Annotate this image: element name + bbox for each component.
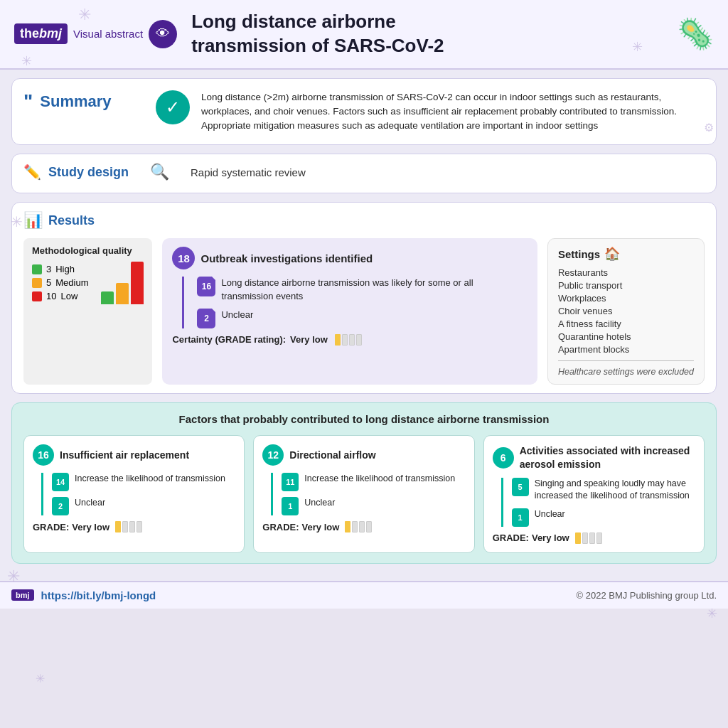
main-content: " Summary ✓ Long distance (>2m) airborne… xyxy=(0,70,728,581)
factor-2-header: 12 Directional airflow xyxy=(262,444,465,466)
certainty-row: Certainty (GRADE rating): Very low xyxy=(172,334,527,346)
factor-3-grade-bars xyxy=(575,532,602,544)
quality-item-high: 3 High xyxy=(32,264,88,274)
factor-3-grade-label: GRADE: xyxy=(493,532,529,543)
setting-restaurants: Restaurants xyxy=(558,267,694,278)
quality-count-medium: 5 xyxy=(46,277,51,288)
factor-1-item-2: 2 Unclear xyxy=(49,497,235,515)
eye-icon: 👁 xyxy=(149,20,177,48)
study-design-header: ✏️ Study design 🔍 Rapid systematic revie… xyxy=(23,163,705,181)
footer-link[interactable]: https://bit.ly/bmj-longd xyxy=(41,589,156,601)
factor-1-bar-1 xyxy=(115,521,121,532)
summary-text: Long distance (>2m) airborne transmissio… xyxy=(201,90,705,134)
virus-icon-header: 🦠 xyxy=(677,16,714,51)
factor-1-grade-label: GRADE: xyxy=(33,522,69,532)
outbreak-title: Outbreak investigations identified xyxy=(200,252,373,264)
bmj-brand: bmj xyxy=(39,26,62,41)
summary-left: " Summary xyxy=(23,90,144,113)
factor-2-bar-4 xyxy=(366,521,372,532)
study-design-section: ✏️ Study design 🔍 Rapid systematic revie… xyxy=(11,154,717,193)
factor-2-item-1: 1 Unclear xyxy=(279,497,465,515)
quality-item-low: 10 Low xyxy=(32,291,88,301)
factor-1-item-14-text: Increase the likelihood of transmission xyxy=(75,473,225,486)
quality-label-medium: Medium xyxy=(55,277,88,288)
factor-1-title: Insufficient air replacement xyxy=(60,449,189,461)
factor-3-title: Activities associated with increased aer… xyxy=(520,444,695,470)
quality-dot-low xyxy=(32,291,42,301)
results-header: 📊 Results xyxy=(23,211,705,230)
factor-3-bar-3 xyxy=(589,532,595,544)
study-design-title: Study design xyxy=(48,165,129,180)
footer-left: bmj https://bit.ly/bmj-longd xyxy=(11,589,156,601)
quality-label-high: High xyxy=(55,264,75,274)
factor-col-1: 16 Insufficient air replacement 14 Incre… xyxy=(23,435,245,552)
quality-dot-medium xyxy=(32,278,42,288)
factor-3-grade: GRADE: Very low xyxy=(493,532,695,544)
factor-3-item-1: 1 Unclear xyxy=(509,508,695,527)
summary-section: " Summary ✓ Long distance (>2m) airborne… xyxy=(11,78,717,146)
results-title: Results xyxy=(48,213,95,228)
factor-2-bar-3 xyxy=(359,521,365,532)
outbreak-item-16-text: Long distance airborne transmission was … xyxy=(221,277,527,302)
factor-3-bar-4 xyxy=(596,532,602,544)
factor-2-badge: 12 xyxy=(262,444,284,466)
factor-2-grade-value: Very low xyxy=(302,522,340,532)
outbreak-item-2: 2 Unclear xyxy=(191,309,527,328)
footer: bmj https://bit.ly/bmj-longd © 2022 BMJ … xyxy=(0,581,728,609)
results-body: Methodological quality 3 High 5 Medium xyxy=(23,238,705,385)
quality-dot-high xyxy=(32,264,42,274)
factor-1-grade: GRADE: Very low xyxy=(33,521,235,532)
factor-2-item-11: 11 Increase the likelihood of transmissi… xyxy=(279,473,465,491)
settings-divider xyxy=(558,360,694,361)
grade-bar-2 xyxy=(342,334,348,346)
factor-col-2: 12 Directional airflow 11 Increase the l… xyxy=(253,435,474,552)
factor-2-grade-bars xyxy=(345,521,372,532)
factor-1-bar-2 xyxy=(122,521,128,532)
outbreak-count-badge: 18 xyxy=(172,247,195,269)
outbreak-header: 18 Outbreak investigations identified xyxy=(172,247,527,269)
grade-bars xyxy=(335,334,362,346)
factor-1-item-14: 14 Increase the likelihood of transmissi… xyxy=(49,473,235,491)
header-title: Long distance airborne transmission of S… xyxy=(191,10,663,58)
factor-3-bar-1 xyxy=(575,532,581,544)
factor-1-header: 16 Insufficient air replacement xyxy=(33,444,235,466)
outbreak-doc-2: 2 xyxy=(197,309,215,328)
factors-grid: 16 Insufficient air replacement 14 Incre… xyxy=(23,435,705,552)
setting-fitness: A fitness facility xyxy=(558,318,694,329)
setting-choir-venues: Choir venues xyxy=(558,306,694,316)
settings-box: Settings 🏠 Restaurants Public transport … xyxy=(547,238,705,385)
setting-public-transport: Public transport xyxy=(558,280,694,291)
study-design-value: Rapid systematic review xyxy=(191,166,306,178)
quality-count-low: 10 xyxy=(46,291,56,301)
factor-1-doc-14: 14 xyxy=(52,473,69,491)
method-quality-title: Methodological quality xyxy=(32,245,144,256)
factor-1-bar-4 xyxy=(136,521,142,532)
factor-1-badge: 16 xyxy=(33,444,54,466)
factor-1-bar-3 xyxy=(129,521,135,532)
settings-header: Settings 🏠 xyxy=(558,246,694,262)
factor-3-item-5: 5 Singing and speaking loudly may have i… xyxy=(509,478,695,503)
check-icon: ✓ xyxy=(156,90,190,124)
factor-2-grade-label: GRADE: xyxy=(262,522,299,532)
factor-2-grade: GRADE: Very low xyxy=(262,521,465,532)
methodological-quality-box: Methodological quality 3 High 5 Medium xyxy=(23,238,152,385)
quality-item-medium: 5 Medium xyxy=(32,277,88,288)
results-section: 📊 Results Methodological quality 3 High xyxy=(11,202,717,394)
settings-excluded: Healthcare settings were excluded xyxy=(558,367,694,377)
factor-2-item-1-text: Unclear xyxy=(304,497,335,510)
outbreak-item-16: 16 Long distance airborne transmission w… xyxy=(191,277,527,302)
factor-2-bar-1 xyxy=(345,521,350,532)
factor-3-item-5-text: Singing and speaking loudly may have inc… xyxy=(535,478,695,503)
factor-1-item-2-text: Unclear xyxy=(75,497,105,510)
factor-3-bar-2 xyxy=(582,532,588,544)
grade-bar-1 xyxy=(335,334,341,346)
bar-high xyxy=(101,291,114,304)
footer-copyright: © 2022 BMJ Publishing group Ltd. xyxy=(577,590,717,601)
factor-1-doc-2: 2 xyxy=(52,497,69,515)
factors-title: Factors that probably contributed to lon… xyxy=(23,413,705,425)
home-icon: 🏠 xyxy=(604,246,620,262)
factor-1-grade-bars xyxy=(115,521,142,532)
factor-2-title: Directional airflow xyxy=(289,449,375,461)
factors-section: Factors that probably contributed to lon… xyxy=(11,402,717,563)
quote-icon: " xyxy=(23,90,33,113)
